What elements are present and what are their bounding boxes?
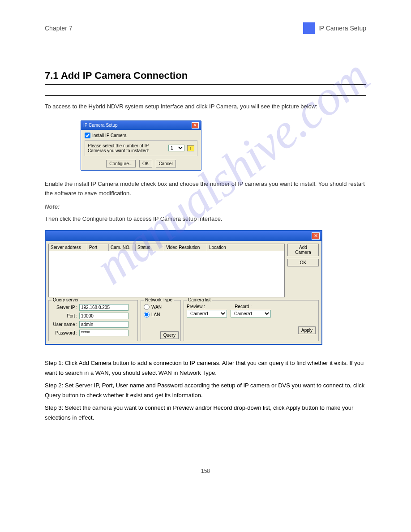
intro-text: To access to the Hybrid NDVR system setu… [45, 102, 366, 112]
network-type-fieldset: Network Type WAN LAN Query [141, 300, 181, 341]
network-type-label: Network Type [144, 297, 174, 302]
divider-top [45, 84, 366, 85]
port-input[interactable] [79, 313, 128, 319]
ipcam-count-prompt: Please select the number of IP Cameras y… [88, 143, 166, 153]
header-chapter: Chapter 7 [45, 25, 300, 32]
install-ipcam-checkbox[interactable] [85, 133, 90, 138]
query-button[interactable]: Query [160, 331, 179, 339]
wan-label: WAN [151, 305, 162, 309]
col-status[interactable]: Status [136, 244, 164, 251]
step-2: Step 2: Set Server IP, Port, User name a… [45, 381, 366, 400]
password-input[interactable] [79, 330, 128, 336]
record-select[interactable]: Camera1 [231, 310, 271, 317]
col-resolution[interactable]: Video Resolution [164, 244, 207, 251]
ipcam-count-select[interactable]: 1 [168, 145, 184, 151]
query-server-fieldset: Query server Server IP : Port : User nam… [48, 300, 138, 341]
record-label: Record : [235, 304, 252, 309]
step-3: Step 3: Select the camera you want to co… [45, 403, 366, 423]
col-cam-no[interactable]: Cam. NO. [109, 244, 136, 251]
dialog2-titlebar: ✕ [46, 231, 321, 241]
section-title: 7.1 Add IP Camera Connection [45, 70, 366, 82]
warning-icon: ! [187, 145, 194, 151]
col-location[interactable]: Location [207, 244, 284, 251]
add-camera-button[interactable]: Add Camera [287, 244, 319, 256]
close-icon[interactable]: ✕ [192, 122, 199, 129]
page-header: Chapter 7 IP Camera Setup [45, 22, 366, 34]
col-server-address[interactable]: Server address [49, 244, 87, 251]
ip-camera-config-dialog: ✕ Server address Port Cam. NO. Status Vi… [45, 230, 322, 345]
camera-list-fieldset: Camera list Preview : Record : Camera1 C… [184, 300, 319, 341]
cancel-button[interactable]: Cancel [156, 160, 176, 167]
server-ip-label: Server IP : [51, 305, 77, 310]
chapter-box-icon [303, 22, 315, 34]
mid-text-2: Then click the Configure button to acces… [45, 215, 366, 224]
mid-text-1: Enable the install IP Camera module chec… [45, 180, 366, 198]
note-label: Note: [45, 202, 366, 212]
username-label: User name : [51, 322, 77, 327]
step-1: Step 1: Click Add Camera button to add a… [45, 358, 366, 378]
camera-list-label: Camera list [187, 297, 212, 302]
port-label: Port : [51, 313, 77, 318]
password-label: Password : [51, 330, 77, 335]
lan-label: LAN [151, 312, 160, 317]
query-server-label: Query server [51, 297, 80, 302]
configure-button[interactable]: Configure... [106, 160, 136, 167]
col-port[interactable]: Port [87, 244, 109, 251]
server-ip-input[interactable] [79, 304, 128, 311]
username-input[interactable] [79, 321, 128, 328]
close-icon[interactable]: ✕ [312, 232, 320, 240]
dialog2-ok-button[interactable]: OK [287, 259, 319, 266]
dialog1-titlebar: IP Camera Setup ✕ [81, 121, 201, 130]
ok-button[interactable]: OK [139, 160, 152, 167]
apply-button[interactable]: Apply [298, 326, 316, 334]
wan-radio[interactable] [144, 304, 150, 310]
camera-table: Server address Port Cam. NO. Status Vide… [48, 244, 285, 297]
lan-radio[interactable] [144, 312, 150, 317]
divider-bottom [45, 95, 366, 96]
preview-select[interactable]: Camera1 [187, 310, 227, 317]
preview-label: Preview : [187, 304, 205, 309]
dialog1-title: IP Camera Setup [83, 123, 118, 128]
ip-camera-setup-dialog: IP Camera Setup ✕ Install IP Camera Plea… [81, 120, 201, 171]
install-ipcam-label: Install IP Camera [92, 133, 127, 138]
header-title: IP Camera Setup [318, 25, 366, 32]
page-number: 158 [45, 468, 366, 474]
